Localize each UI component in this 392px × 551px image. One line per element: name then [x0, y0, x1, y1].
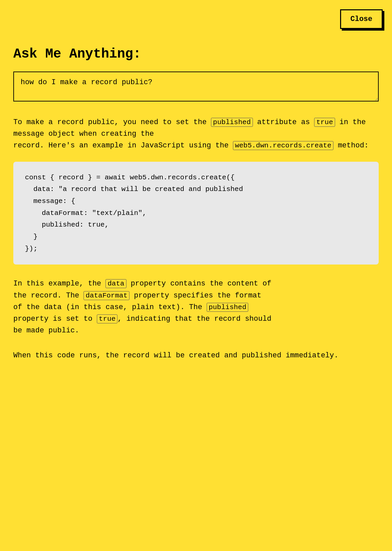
data-inline-code: data — [105, 279, 126, 288]
close-button[interactable]: Close — [340, 9, 383, 29]
true-inline-code-2: true — [97, 314, 117, 323]
answer-paragraph-1: To make a record public, you need to set… — [13, 116, 379, 152]
code-line-5: published: true, — [25, 219, 367, 231]
code-line-7: }); — [25, 243, 367, 255]
code-line-6: } — [25, 231, 367, 243]
answer-text-4: method: — [333, 141, 369, 150]
answer-text-5: In this example, the — [13, 279, 105, 288]
code-line-3: message: { — [25, 195, 367, 207]
page-title: Ask Me Anything: — [13, 47, 379, 62]
answer-text-2: attribute as — [253, 118, 314, 126]
code-block: const { record } = await web5.dwn.record… — [13, 162, 379, 265]
published-inline-code-2: published — [207, 303, 248, 312]
answer-paragraph-3: When this code runs, the record will be … — [13, 350, 379, 361]
answer-section: To make a record public, you need to set… — [13, 116, 379, 362]
search-input[interactable]: how do I make a record public? — [13, 72, 379, 101]
code-line-4: dataFormat: "text/plain", — [25, 207, 367, 219]
true-inline-code-1: true — [314, 118, 335, 127]
published-inline-code-1: published — [211, 118, 253, 127]
code-line-2: data: "a record that will be created and… — [25, 183, 367, 195]
answer-text-1: To make a record public, you need to set… — [13, 118, 211, 126]
answer-paragraph-2: In this example, the data property conta… — [13, 278, 379, 336]
method-inline-code: web5.dwn.records.create — [233, 141, 333, 150]
code-line-1: const { record } = await web5.dwn.record… — [25, 172, 367, 184]
dataformat-inline-code: dataFormat — [84, 291, 129, 300]
answer-text-8: property is set to — [13, 315, 97, 323]
